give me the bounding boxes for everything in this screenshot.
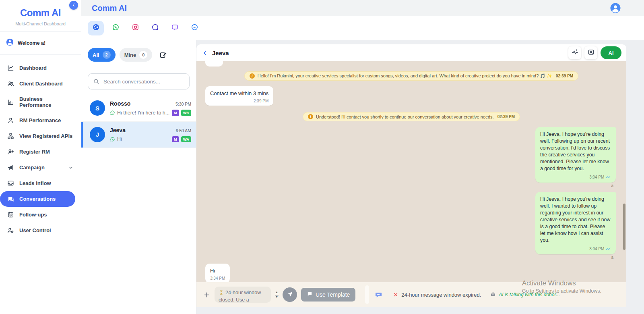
- chat-header: Jeeva AI: [196, 44, 626, 61]
- message-time: 3:34 PM: [210, 276, 225, 281]
- sidebar-nav: DashboardClient DashboardBusiness Perfor…: [0, 55, 81, 243]
- sidebar-item-label: Campaign: [19, 164, 45, 171]
- message-list: iHello! I'm Rukmini, your creative servi…: [205, 61, 617, 282]
- conversation-name: Roosso: [110, 100, 130, 107]
- sidebar-item-leads-inflow[interactable]: Leads Inflow: [0, 175, 81, 191]
- back-chevron-icon[interactable]: [202, 50, 208, 56]
- channel-chat-widget[interactable]: [167, 21, 183, 35]
- chat-square-icon: [307, 291, 313, 298]
- channel-all-channels[interactable]: [88, 21, 104, 35]
- read-receipt-icon: ✓✓: [605, 175, 611, 179]
- sidebar-item-rm-performance[interactable]: RM Performance: [0, 112, 81, 128]
- content: All 2 Mine 0 SRoosso5:30 PMHi there!: [81, 40, 644, 314]
- chevron-left-icon: [71, 2, 76, 9]
- conversation-item-roosso[interactable]: SRoosso5:30 PMHi there! I'm here to h...…: [81, 95, 196, 122]
- tab-mine-count: 0: [139, 51, 147, 59]
- search-box[interactable]: [88, 73, 190, 89]
- sidebar-item-business-performance[interactable]: Business Performance: [0, 91, 81, 112]
- message-preview: Hi there! I'm here to h...: [117, 110, 170, 116]
- system-banner: iUnderstood! I'll contact you shortly to…: [303, 112, 520, 121]
- composer-bar: 24-hour window closed. Use a template ▲▼…: [196, 282, 626, 307]
- welcome-row: Welcome a!: [0, 32, 81, 55]
- ai-button[interactable]: AI: [601, 46, 621, 59]
- info-icon: i: [308, 114, 313, 119]
- search-wrap: [81, 68, 196, 95]
- send-button[interactable]: [283, 287, 297, 302]
- tabs-row: All 2 Mine 0: [81, 40, 196, 68]
- search-icon: [93, 78, 99, 85]
- account-avatar-icon[interactable]: [609, 2, 621, 14]
- sidebar: Comm AI Multi-Channel Dashboard Welcome …: [0, 0, 81, 314]
- chat-bubbles-icon: [7, 195, 14, 202]
- chat-body: iHello! I'm Rukmini, your creative servi…: [196, 61, 626, 282]
- x-mark-icon: [393, 292, 398, 297]
- robot-icon: [490, 291, 496, 298]
- conversation-avatar: J: [90, 127, 105, 142]
- welcome-text: Welcome a!: [18, 40, 45, 46]
- sender-label: a: [535, 255, 613, 260]
- sidebar-item-client-dashboard[interactable]: Client Dashboard: [0, 76, 81, 91]
- channel-messenger[interactable]: [186, 21, 202, 35]
- sidebar-item-label: Business Performance: [19, 96, 74, 108]
- sidebar-item-follow-ups[interactable]: Follow-ups: [0, 207, 81, 223]
- chart-line-icon: [7, 64, 14, 71]
- main: Comm AI All 2 Mine 0: [81, 0, 644, 314]
- compose-icon[interactable]: [159, 51, 167, 59]
- ai-status: AI is talking with this donor...: [490, 291, 560, 298]
- messenger-icon: [191, 23, 198, 33]
- sidebar-item-label: Follow-ups: [19, 212, 47, 218]
- contact-card-icon: [588, 49, 594, 57]
- message-bubble-sent: Hi Jeeva, I hope you're doing well. I wa…: [535, 192, 616, 254]
- channel-badge-m: M: [172, 110, 179, 116]
- channel-instagram[interactable]: [127, 21, 143, 35]
- sidebar-item-label: Dashboard: [19, 65, 47, 71]
- sidebar-item-campaign[interactable]: Campaign: [0, 160, 81, 175]
- chat-circle-icon: [151, 23, 159, 33]
- sidebar-item-label: View Registered APIs: [19, 133, 72, 139]
- calendar-check-icon: [7, 211, 14, 218]
- sidebar-item-label: RM Performance: [19, 117, 61, 123]
- sidebar-collapse-button[interactable]: [69, 1, 78, 10]
- tab-all-label: All: [93, 52, 99, 58]
- activity-pulse-icon: [572, 49, 578, 57]
- use-template-button[interactable]: Use Template: [301, 288, 355, 302]
- message-input[interactable]: 24-hour window closed. Use a template: [215, 287, 271, 303]
- contact-card-button[interactable]: [584, 46, 597, 59]
- tab-all[interactable]: All 2: [88, 48, 116, 62]
- sidebar-subtitle: Multi-Channel Dashboard: [0, 21, 81, 32]
- paper-plane-icon: [287, 291, 293, 299]
- tab-mine[interactable]: Mine 0: [120, 48, 153, 62]
- chat-dots-icon[interactable]: [375, 291, 382, 299]
- message-bubble-received: Contact me within 3 mins2:39 PM: [205, 86, 273, 106]
- channel-whatsapp[interactable]: [107, 21, 124, 35]
- search-input[interactable]: [103, 79, 184, 85]
- attach-plus-icon[interactable]: [203, 291, 211, 299]
- channel-badge-m: M: [172, 136, 179, 143]
- sender-label: a: [535, 183, 613, 188]
- sidebar-item-label: Client Dashboard: [19, 81, 63, 87]
- chat-scrollbar-thumb[interactable]: [623, 204, 625, 250]
- activity-button[interactable]: [568, 46, 581, 59]
- conversation-item-jeeva[interactable]: JJeeva6:50 AMHiMWA: [81, 122, 196, 148]
- sidebar-item-view-registered-apis[interactable]: View Registered APIs: [0, 128, 81, 144]
- conversation-name: Jeeva: [110, 127, 126, 133]
- sidebar-item-conversations[interactable]: Conversations: [0, 191, 75, 207]
- whatsapp-icon: [110, 137, 115, 142]
- channel-badge-wa: WA: [181, 136, 191, 143]
- info-icon: i: [250, 73, 255, 79]
- window-expired-notice: 24-hour message window expired.: [393, 292, 481, 298]
- chart-bar-icon: [7, 99, 14, 106]
- input-resize-stepper[interactable]: ▲▼: [275, 291, 279, 298]
- composer-divider: [365, 285, 369, 304]
- conversation-avatar: S: [90, 100, 105, 116]
- channel-bar: [81, 16, 644, 40]
- sidebar-brand: Comm AI: [0, 7, 81, 19]
- channel-chat-circle[interactable]: [147, 21, 163, 35]
- chat-panel: Jeeva AI iHello! I'm Rukmini, your creat…: [196, 44, 626, 307]
- sidebar-item-register-rm[interactable]: Register RM: [0, 144, 81, 160]
- sidebar-item-dashboard[interactable]: Dashboard: [0, 60, 81, 76]
- chat-contact-name: Jeeva: [212, 50, 229, 56]
- banner-time: 02:39 PM: [497, 114, 515, 119]
- sidebar-item-user-control[interactable]: User Control: [0, 223, 81, 238]
- partial-message-bubble: [205, 61, 223, 67]
